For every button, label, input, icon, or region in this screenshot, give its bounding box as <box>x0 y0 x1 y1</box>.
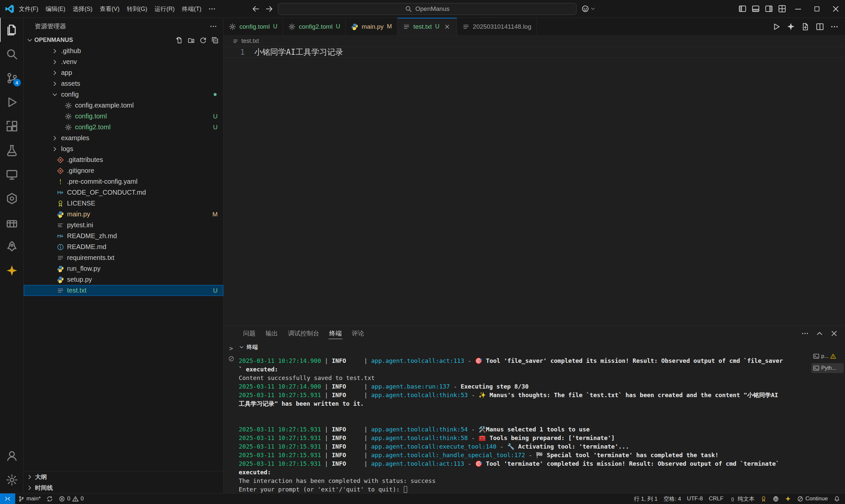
refresh-button[interactable] <box>200 37 207 44</box>
activity-testing[interactable] <box>0 138 24 162</box>
tree-item-.venv[interactable]: .venv <box>24 56 223 67</box>
layout-panel-button[interactable] <box>749 2 762 16</box>
tree-item-config[interactable]: config <box>24 89 223 100</box>
maximize-button[interactable] <box>807 0 826 18</box>
menu-item-3[interactable]: 查看(V) <box>96 3 123 15</box>
tree-item-README.md[interactable]: README.md <box>24 241 223 252</box>
activity-remote-explorer[interactable] <box>0 162 24 186</box>
menu-item-5[interactable]: 运行(R) <box>151 3 178 15</box>
terminal-main[interactable]: 终端 2025-03-11 10:27:14.900 | INFO | app.… <box>239 341 811 493</box>
breadcrumb[interactable]: test.txt <box>224 36 845 47</box>
tab-20250310141148.log[interactable]: 20250310141148.log <box>457 18 537 35</box>
tree-item-config.example.toml[interactable]: config.example.toml <box>24 100 223 111</box>
editor-pane[interactable]: 1小铭同学AI工具学习记录 <box>224 47 845 325</box>
panel-more-actions-button[interactable] <box>799 327 811 340</box>
status-problems[interactable]: 00 <box>56 493 87 504</box>
tab-test.txt[interactable]: test.txtU <box>398 18 457 35</box>
status-eol[interactable]: CRLF <box>706 493 726 504</box>
project-section-header[interactable]: OPENMANUS <box>24 35 223 46</box>
tree-item-config.toml[interactable]: config.tomlU <box>24 111 223 122</box>
tree-item-.github[interactable]: .github <box>24 46 223 56</box>
menu-item-6[interactable]: 终端(T) <box>178 3 205 15</box>
section-时间线[interactable]: 时间线 <box>24 482 223 493</box>
tree-item-app[interactable]: app <box>24 67 223 78</box>
panel-tab-问题[interactable]: 问题 <box>238 326 260 341</box>
panel-tab-评论[interactable]: 评论 <box>347 326 369 341</box>
tree-item-config2.toml[interactable]: config2.tomlU <box>24 122 223 132</box>
tree-item-assets[interactable]: assets <box>24 78 223 89</box>
activity-deploy[interactable] <box>0 235 24 258</box>
close-button[interactable] <box>826 0 845 18</box>
status-globe-status[interactable] <box>770 493 782 504</box>
terminal-instance-p...[interactable]: p... <box>811 351 844 361</box>
activity-containers[interactable] <box>0 211 24 235</box>
tree-item-LICENSE[interactable]: LICENSE <box>24 198 223 209</box>
activity-account[interactable] <box>0 444 24 468</box>
copilot-menu[interactable] <box>581 5 596 13</box>
tree-item-logs[interactable]: logs <box>24 143 223 155</box>
back-button[interactable] <box>249 2 262 16</box>
section-大纲[interactable]: 大纲 <box>24 471 223 482</box>
panel-tab-输出[interactable]: 输出 <box>260 326 283 341</box>
sparkle-button[interactable] <box>784 19 797 34</box>
ellipsis-button[interactable] <box>828 19 841 34</box>
tree-item-.pre-commit-config.yaml[interactable]: .pre-commit-config.yaml <box>24 176 223 187</box>
tree-item-run_flow.py[interactable]: run_flow.py <box>24 263 223 274</box>
open-changes-button[interactable] <box>799 19 812 34</box>
status-notifications[interactable] <box>831 493 843 504</box>
menu-item-4[interactable]: 转到(G) <box>123 3 151 15</box>
tree-item-test.txt[interactable]: test.txtU <box>24 285 223 296</box>
status-extension-award[interactable] <box>758 493 770 504</box>
panel-tab-调试控制台[interactable]: 调试控制台 <box>283 326 324 341</box>
tree-item-README_zh.md[interactable]: README_zh.md <box>24 231 223 241</box>
activity-run-debug[interactable] <box>0 90 24 114</box>
terminal-instance-Pyth...[interactable]: Pyth... <box>811 363 844 373</box>
run-button[interactable] <box>770 19 783 34</box>
status-sync[interactable] <box>44 493 56 504</box>
status-ai-sparkle[interactable] <box>782 493 794 504</box>
status-indentation[interactable]: 空格: 4 <box>660 493 684 504</box>
forward-button[interactable] <box>263 2 275 16</box>
tree-item-requirements.txt[interactable]: requirements.txt <box>24 252 223 263</box>
status-cursor-position[interactable]: 行 1, 列 1 <box>631 493 661 504</box>
status-continue[interactable]: Continue <box>794 493 831 504</box>
split-editor-button[interactable] <box>813 19 827 34</box>
minimize-button[interactable] <box>789 0 807 18</box>
layout-grid-button[interactable] <box>775 2 789 16</box>
menu-item-1[interactable]: 编辑(E) <box>42 3 69 15</box>
panel-tab-终端[interactable]: 终端 <box>324 326 347 341</box>
new-file-button[interactable] <box>176 37 183 44</box>
layout-sidebar-right-button[interactable] <box>762 2 775 16</box>
terminal-output[interactable]: 2025-03-11 10:27:14.900 | INFO | app.age… <box>239 353 811 493</box>
maximize-panel-button[interactable] <box>813 327 826 340</box>
new-folder-button[interactable] <box>188 37 195 44</box>
tab-config.toml[interactable]: config.tomlU <box>224 18 283 35</box>
activity-settings[interactable] <box>0 468 24 492</box>
tree-item-examples[interactable]: examples <box>24 132 223 143</box>
tree-item-.gitignore[interactable]: .gitignore <box>24 165 223 176</box>
sidebar-more-actions-icon[interactable] <box>209 22 217 30</box>
status-branch[interactable]: main* <box>15 493 44 504</box>
remote-indicator[interactable] <box>0 493 15 504</box>
tab-config2.toml[interactable]: config2.tomlU <box>283 18 346 35</box>
activity-extensions[interactable] <box>0 114 24 138</box>
activity-source-control[interactable]: 4 <box>0 66 24 90</box>
collapse-all-button[interactable] <box>211 37 219 44</box>
status-encoding[interactable]: UTF-8 <box>684 493 706 504</box>
terminal-section-header[interactable]: 终端 <box>239 341 811 353</box>
command-center-search[interactable]: OpenManus <box>278 3 576 15</box>
tab-main.py[interactable]: main.pyM <box>346 18 398 35</box>
more-menus-icon[interactable] <box>206 2 218 16</box>
activity-kubernetes[interactable] <box>0 186 24 211</box>
close-tab-button[interactable] <box>443 22 451 31</box>
close-panel-button[interactable] <box>828 327 840 340</box>
copilot-icon[interactable] <box>581 5 589 13</box>
layout-sidebar-left-button[interactable] <box>736 2 749 16</box>
activity-search[interactable] <box>0 42 24 66</box>
tree-item-main.py[interactable]: main.pyM <box>24 209 223 220</box>
activity-explorer[interactable] <box>0 18 24 42</box>
status-language-mode[interactable]: {}纯文本 <box>726 493 758 504</box>
menu-item-2[interactable]: 选择(S) <box>69 3 96 15</box>
menu-item-0[interactable]: 文件(F) <box>15 3 42 15</box>
activity-ai-assistant[interactable] <box>0 258 24 283</box>
